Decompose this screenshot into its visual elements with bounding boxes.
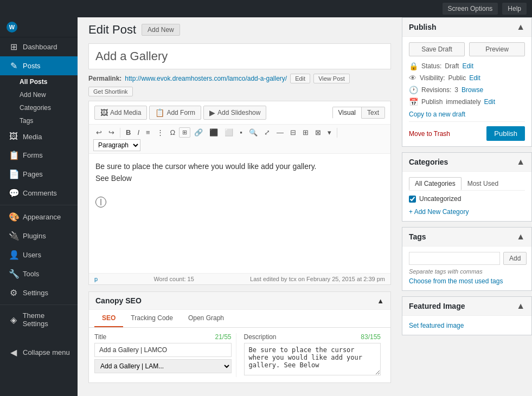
seo-panel-header[interactable]: Canopy SEO ▲ [89, 292, 390, 310]
visual-tab[interactable]: Visual [332, 107, 362, 119]
seo-tab-seo[interactable]: SEO [94, 310, 123, 327]
sidebar-item-pages[interactable]: 📄 Pages [0, 165, 78, 184]
permalink-edit-button[interactable]: Edit [290, 74, 310, 83]
link-button[interactable]: 🔗 [191, 127, 206, 138]
sidebar-item-label-dashboard: Dashboard [23, 43, 57, 51]
visibility-edit-link[interactable]: Edit [469, 74, 480, 82]
add-slideshow-button[interactable]: ▶ Add Slideshow [203, 106, 266, 120]
search-button[interactable]: 🔍 [246, 127, 260, 138]
sidebar-item-comments[interactable]: 💬 Comments [0, 184, 78, 203]
publish-time-edit-link[interactable]: Edit [484, 98, 495, 106]
sidebar-item-plugins[interactable]: 🔌 Plugins [0, 226, 78, 245]
align-center-button[interactable]: ⬜ [222, 127, 236, 138]
seo-meta-select[interactable]: Add a Gallery | LAM... [94, 359, 232, 373]
editor-content[interactable]: Be sure to place the cursor where you wo… [89, 154, 390, 273]
paragraph-format-select[interactable]: Paragraph [93, 139, 140, 151]
ul-button[interactable]: ≡ [143, 127, 153, 138]
publish-collapse-icon: ▲ [516, 22, 525, 32]
fullscreen-button[interactable]: ⤢ [261, 127, 273, 138]
sidebar: W ⊞ Dashboard ✎ Posts All Posts Add New … [0, 17, 78, 396]
copy-draft-link[interactable]: Copy to a new draft [409, 111, 525, 118]
post-title-input[interactable] [89, 44, 390, 69]
text-tab[interactable]: Text [362, 107, 385, 119]
sidebar-item-forms[interactable]: 📋 Forms [0, 146, 78, 165]
seo-title-field: Title 21/55 Add a Gallery | LAM... [94, 333, 236, 377]
page-header: Edit Post Add New [88, 23, 391, 37]
move-to-trash-link[interactable]: Move to Trash [409, 130, 450, 138]
revisions-browse-link[interactable]: Browse [462, 86, 483, 94]
categories-box-header[interactable]: Categories ▲ [402, 153, 531, 172]
save-draft-button[interactable]: Save Draft [409, 42, 465, 56]
set-featured-image-link[interactable]: Set featured image [409, 322, 464, 329]
table2-button[interactable]: ⊞ [300, 127, 311, 138]
revisions-row: 🕐 Revisions: 3 Browse [409, 86, 525, 94]
sidebar-item-dashboard[interactable]: ⊞ Dashboard [0, 37, 78, 56]
cat-tab-all[interactable]: All Categories [409, 177, 462, 190]
sidebar-item-posts[interactable]: ✎ Posts [0, 56, 78, 75]
seo-title-input[interactable] [94, 343, 232, 357]
add-new-category-link[interactable]: + Add New Category [409, 208, 469, 216]
redo-button[interactable]: ↪ [106, 127, 117, 138]
add-new-button[interactable]: Add New [142, 24, 180, 36]
editor-path-link[interactable]: p [94, 276, 98, 282]
sidebar-sub-add-new[interactable]: Add New [7, 88, 78, 101]
tags-hint: Separate tags with commas [409, 268, 525, 275]
italic-button[interactable]: I [134, 127, 142, 138]
align-right-button[interactable]: ▪ [237, 127, 245, 138]
add-media-button[interactable]: 🖼 Add Media [94, 106, 147, 120]
plugins-icon: 🔌 [9, 231, 18, 241]
help-button[interactable]: Help [502, 3, 527, 15]
preview-button[interactable]: Preview [469, 42, 525, 56]
sidebar-sub-all-posts[interactable]: All Posts [7, 75, 78, 88]
table1-button[interactable]: ⊟ [287, 127, 299, 138]
sidebar-item-media[interactable]: 🖼 Media [0, 127, 78, 146]
tags-box: Tags ▲ Add Separate tags with commas Cho… [402, 227, 532, 291]
featured-image-box-header[interactable]: Featured Image ▲ [402, 297, 531, 316]
more-button[interactable]: ▾ [325, 127, 334, 138]
sidebar-item-appearance[interactable]: 🎨 Appearance [0, 207, 78, 226]
seo-tab-open-graph[interactable]: Open Graph [181, 310, 232, 327]
publish-time-row: 📅 Publish immediately Edit [409, 98, 525, 106]
publish-time-label: Publish [421, 98, 443, 106]
word-count-label: Word count: [153, 276, 185, 282]
tags-box-header[interactable]: Tags ▲ [402, 228, 531, 246]
publish-box-header[interactable]: Publish ▲ [402, 18, 531, 37]
seo-tab-tracking[interactable]: Tracking Code [123, 310, 181, 327]
hr-button[interactable]: — [274, 127, 286, 138]
publish-time-icon: 📅 [409, 98, 418, 106]
add-form-button[interactable]: 📋 Add Form [149, 106, 201, 120]
indent-button[interactable]: ⊞ [179, 127, 190, 138]
visibility-value: Public [448, 74, 466, 82]
sidebar-item-users[interactable]: 👤 Users [0, 245, 78, 264]
cat-tab-most-used[interactable]: Most Used [462, 177, 504, 190]
table3-button[interactable]: ⊠ [312, 127, 324, 138]
screen-options-button[interactable]: Screen Options [443, 3, 498, 15]
align-left-button[interactable]: ⬛ [207, 127, 221, 138]
special-char-button[interactable]: Ω [168, 127, 178, 138]
sidebar-item-tools[interactable]: 🔧 Tools [0, 264, 78, 283]
add-tag-button[interactable]: Add [503, 252, 527, 265]
undo-button[interactable]: ↩ [93, 127, 105, 138]
publish-button[interactable]: Publish [486, 126, 525, 141]
bold-button[interactable]: B [123, 127, 133, 138]
seo-title-label: Title 21/55 [94, 333, 232, 341]
ol-button[interactable]: ⋮ [154, 127, 166, 138]
view-post-button[interactable]: View Post [313, 74, 350, 83]
sidebar-item-collapse[interactable]: ◀ Collapse menu [0, 343, 78, 362]
choose-tags-link[interactable]: Choose from the most used tags [409, 277, 503, 285]
editor-toolbar-top: 🖼 Add Media 📋 Add Form ▶ Add Slideshow V… [89, 101, 390, 125]
tags-input-row: Add [409, 252, 525, 265]
tags-input[interactable] [409, 252, 500, 265]
seo-desc-textarea[interactable]: Be sure to place the cursor where you wo… [244, 343, 381, 375]
sidebar-item-settings[interactable]: ⚙ Settings [0, 283, 78, 302]
sidebar-item-theme-settings[interactable]: ◈ Theme Settings [0, 307, 78, 332]
sidebar-sub-categories[interactable]: Categories [7, 101, 78, 114]
status-edit-link[interactable]: Edit [462, 62, 473, 70]
permalink-url[interactable]: http://www.evok.dreamhosters.com/lamco/a… [125, 75, 287, 82]
get-shortlink-button[interactable]: Get Shortlink [88, 87, 133, 96]
editor-path-label: p [94, 276, 98, 282]
sidebar-sub-tags[interactable]: Tags [7, 114, 78, 127]
category-checkbox-uncategorized[interactable] [409, 196, 416, 203]
page-title: Edit Post [88, 23, 136, 37]
add-media-label: Add Media [110, 109, 141, 116]
